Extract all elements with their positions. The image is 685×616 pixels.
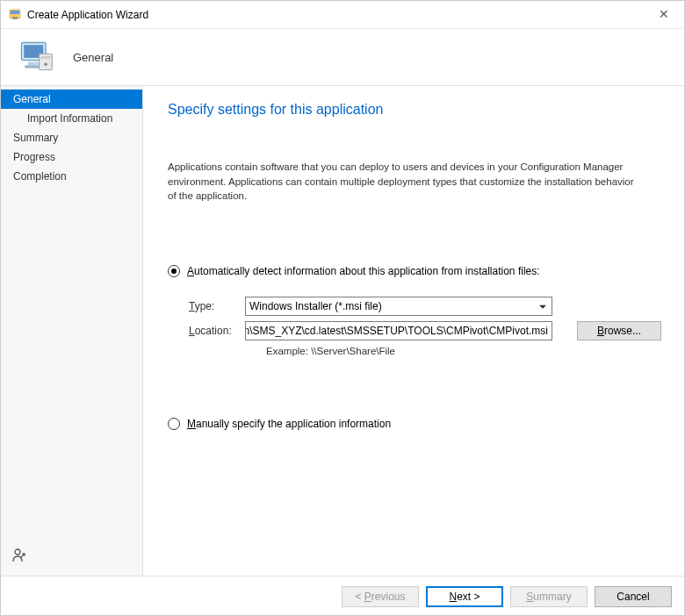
wizard-footer: < Previous Next > Summary Cancel [1, 576, 684, 616]
browse-button[interactable]: Browse... [577, 321, 661, 340]
sidebar-item-completion[interactable]: Completion [1, 167, 142, 186]
radio-unselected-icon [168, 418, 180, 430]
description-text: Applications contain software that you c… [168, 160, 642, 204]
titlebar: Create Application Wizard ✕ [1, 1, 684, 29]
cancel-label: Cancel [616, 591, 649, 603]
sidebar-item-label: Summary [13, 132, 58, 144]
sidebar-item-progress[interactable]: Progress [1, 147, 142, 167]
example-text: Example: \\Server\Share\File [266, 346, 661, 356]
summary-label: Summary [526, 591, 571, 603]
sidebar-item-label: Import Information [27, 112, 112, 125]
previous-label: < Previous [355, 591, 405, 603]
radio-manual[interactable]: Manually specify the application informa… [168, 418, 661, 430]
sidebar-item-import-information[interactable]: Import Information [1, 109, 142, 128]
browse-label: Browse... [597, 325, 641, 337]
svg-rect-1 [11, 11, 19, 14]
next-label: Next > [449, 591, 480, 603]
svg-rect-5 [28, 62, 40, 66]
auto-fields: Type: Windows Installer (*.msi file) Loc… [189, 297, 661, 356]
person-icon[interactable] [11, 548, 27, 567]
sidebar-item-label: Progress [13, 151, 55, 163]
page-title: General [73, 51, 113, 64]
radio-auto-label: Automatically detect information about t… [187, 265, 540, 277]
sidebar-item-label: Completion [13, 170, 67, 183]
location-input[interactable]: o.com\SMS_XYZ\cd.latest\SMSSETUP\TOOLS\C… [245, 321, 552, 340]
next-button[interactable]: Next > [426, 586, 503, 607]
radio-auto-detect[interactable]: Automatically detect information about t… [168, 265, 661, 277]
location-label: Location: [189, 325, 245, 337]
main-heading: Specify settings for this application [168, 102, 661, 118]
location-value: o.com\SMS_XYZ\cd.latest\SMSSETUP\TOOLS\C… [245, 325, 548, 337]
content: General Import Information Summary Progr… [1, 86, 684, 576]
sidebar-item-label: General [13, 93, 51, 105]
sidebar-item-summary[interactable]: Summary [1, 128, 142, 147]
computer-icon [17, 38, 55, 76]
svg-point-10 [15, 549, 20, 555]
close-icon: ✕ [659, 7, 669, 21]
type-label: Type: [189, 300, 245, 312]
svg-point-9 [44, 62, 47, 66]
sidebar-item-general[interactable]: General [1, 90, 142, 109]
previous-button: < Previous [342, 586, 419, 607]
cancel-button[interactable]: Cancel [595, 586, 672, 607]
type-select[interactable]: Windows Installer (*.msi file) [245, 297, 552, 316]
type-row: Type: Windows Installer (*.msi file) [189, 297, 661, 316]
radio-manual-label: Manually specify the application informa… [187, 418, 391, 430]
summary-button: Summary [510, 586, 588, 607]
svg-rect-2 [12, 17, 18, 19]
main-panel: Specify settings for this application Ap… [143, 86, 684, 576]
type-value: Windows Installer (*.msi file) [249, 300, 382, 312]
sidebar: General Import Information Summary Progr… [1, 86, 143, 576]
svg-rect-8 [41, 56, 51, 59]
app-icon [8, 8, 22, 22]
close-button[interactable]: ✕ [644, 1, 684, 27]
header: General [1, 29, 684, 86]
radio-selected-icon [168, 265, 180, 277]
location-row: Location: o.com\SMS_XYZ\cd.latest\SMSSET… [189, 321, 661, 340]
window-title: Create Application Wizard [27, 9, 148, 21]
